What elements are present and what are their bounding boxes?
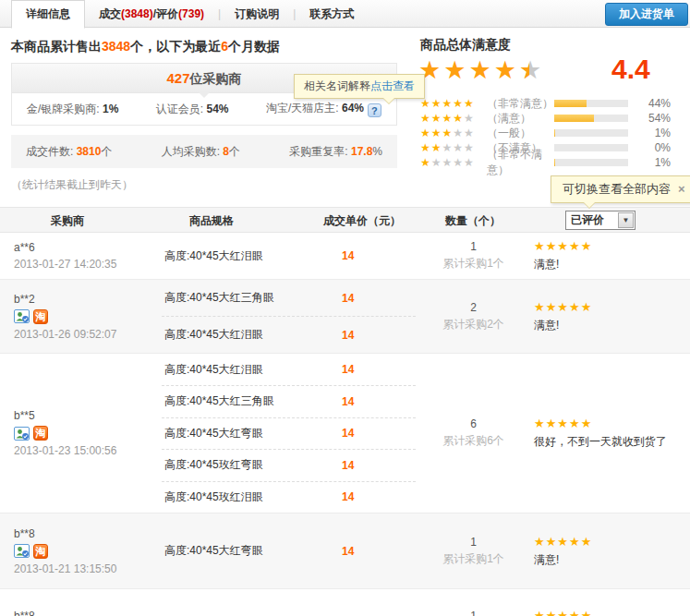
breakdown-label: （非常满意）: [487, 96, 554, 112]
months-count: 6: [221, 39, 228, 54]
star-filled-icon: ★: [581, 300, 593, 314]
unit-price: 14: [342, 490, 416, 503]
star-filled-icon: ★: [557, 609, 569, 616]
add-to-cart-label: 加入进货单: [619, 6, 674, 22]
star-filled-icon: ★: [569, 535, 581, 549]
stat-value: 54%: [206, 103, 228, 115]
star-filled-icon: ★: [431, 112, 442, 125]
stat-label: 淘宝/天猫店主:: [266, 102, 342, 115]
quantity-value: 1: [470, 240, 477, 253]
spec-subrow: 高度:40*45大红泪眼14: [162, 316, 416, 353]
star-rating: ★★★★★: [534, 417, 690, 430]
star-filled-icon: ★: [442, 127, 454, 139]
stat-value: 17.8: [351, 145, 372, 158]
tab-detail-label: 详细信息: [26, 6, 70, 22]
quantity-cell: 1累计采购1个: [416, 233, 531, 279]
spec-name: 高度:40*45大红泪眼: [162, 248, 342, 264]
buyer-cell: b**8淘2013-01-21 13:15:50: [0, 513, 162, 588]
deal-label: 成交: [99, 6, 121, 22]
breakdown-bar: [554, 159, 628, 166]
tab-contact[interactable]: 联系方式: [296, 0, 368, 28]
deal-stats-row: 成交件数: 3810个人均采购数: 8个采购重复率: 17.8%: [11, 135, 397, 168]
help-icon[interactable]: ?: [368, 103, 381, 117]
star-filled-icon: ★: [581, 239, 593, 253]
buyer-badges: 淘: [14, 309, 162, 324]
breakdown-bar-fill: [554, 100, 587, 107]
star-filled-icon: ★: [420, 156, 431, 169]
star-filled-icon: ★: [546, 239, 558, 253]
taobao-icon[interactable]: 淘: [33, 309, 48, 324]
review-table-header: 采购商 商品规格 成交单价（元） 数量（个） 已评价 ▼: [0, 207, 690, 233]
purchase-date: 2013-01-27 14:20:35: [14, 258, 162, 271]
star-filled-icon: ★: [431, 141, 442, 154]
stats-note: （统计结果截止到昨天）: [11, 177, 133, 193]
spec-name: 高度:40*45玫红泪眼: [162, 489, 342, 505]
quantity-cell: 2累计采购2个: [416, 280, 531, 353]
review-cell: ★★★★★满意!: [531, 233, 690, 279]
star-icon: ★: [443, 56, 468, 84]
buyer-name[interactable]: b**8: [14, 610, 162, 616]
taobao-icon[interactable]: 淘: [33, 544, 48, 559]
deal-stat: 人均采购数: 8个: [162, 144, 240, 160]
star-filled-icon: ★: [546, 300, 558, 314]
buyer-type-stat: 淘宝/天猫店主: 64%?: [266, 101, 381, 117]
star-icon: ★: [468, 56, 493, 84]
cumulative-purchases: 累计采购2个: [442, 317, 504, 332]
breakdown-bar: [554, 129, 628, 137]
star-filled-icon: ★: [581, 417, 593, 430]
terms-tooltip-link[interactable]: 点击查看: [370, 79, 415, 92]
buyer-badges: 淘: [14, 544, 162, 559]
buyer-name[interactable]: b**8: [14, 527, 162, 540]
cumulative-purchases: 累计采购6个: [442, 433, 504, 449]
star-empty-icon: ★: [464, 112, 475, 125]
buyer-name[interactable]: b**5: [14, 409, 162, 422]
tab-detail-info[interactable]: 详细信息: [11, 0, 85, 29]
unit-price: 14: [342, 363, 416, 376]
breakdown-row: ★★★★★（满意）54%: [420, 111, 679, 126]
star-rating: ★★★★★: [420, 156, 487, 169]
close-icon[interactable]: ×: [678, 182, 685, 196]
id-verified-icon: [14, 309, 30, 323]
review-cell: ★★★★★很好，不到一天就收到货了: [531, 354, 690, 513]
unit-price: 14: [342, 459, 416, 472]
tab-deals-reviews[interactable]: 成交(3848) / 评价(739): [85, 0, 218, 28]
star-filled-icon: ★: [557, 239, 569, 253]
purchase-date: 2013-01-26 09:52:07: [14, 328, 162, 341]
star-rating: ★★★★★: [534, 609, 690, 616]
star-empty-icon: ★: [431, 156, 442, 169]
star-filled-icon: ★: [464, 97, 475, 110]
switch-view-tooltip: 可切换查看全部内容×: [551, 175, 690, 203]
stat-suffix: 个: [101, 145, 112, 158]
buyers-count-label: 位采购商: [190, 71, 242, 86]
spec-cell: 高度:40*45大红弯眼14: [162, 513, 416, 588]
review-comment: 很好，不到一天就收到货了: [534, 434, 690, 450]
table-row: a**62013-01-27 14:20:35高度:40*45大红泪眼141累计…: [0, 233, 690, 279]
buyer-name[interactable]: b**2: [14, 293, 162, 306]
breakdown-bar: [554, 115, 628, 122]
add-to-cart-button[interactable]: 加入进货单: [605, 3, 688, 26]
breakdown-percent: 1%: [628, 156, 671, 169]
stat-suffix: 个: [229, 145, 240, 158]
taobao-icon[interactable]: 淘: [33, 426, 48, 441]
spec-subrow: 高度:40*45大红泪眼14: [162, 233, 416, 279]
notch-arrow: [199, 92, 210, 98]
unit-price: 14: [342, 292, 416, 305]
spec-name: 高度:40*45玫红弯眼: [162, 457, 342, 473]
review-filter-value: 已评价: [566, 212, 618, 228]
stat-label: 采购重复率:: [289, 145, 351, 158]
review-filter-select[interactable]: 已评价 ▼: [565, 211, 636, 230]
star-rating: ★★★★★: [534, 535, 690, 549]
buyer-cell: b**8淘: [0, 589, 162, 616]
cumulative-purchases: 累计采购1个: [442, 256, 504, 272]
unit-price: 14: [342, 427, 416, 440]
breakdown-percent: 0%: [628, 141, 671, 154]
satisfaction-breakdown: ★★★★★（非常满意）44%★★★★★（满意）54%★★★★★（一般）1%★★★…: [420, 96, 679, 170]
tab-order-info[interactable]: 订购说明: [221, 0, 293, 28]
star-filled-icon: ★: [534, 417, 546, 430]
star-filled-icon: ★: [546, 417, 558, 430]
buyer-name[interactable]: a**6: [14, 241, 162, 254]
review-table-body: a**62013-01-27 14:20:35高度:40*45大红泪眼141累计…: [0, 233, 690, 616]
quantity-value: 2: [470, 301, 477, 314]
chevron-down-icon: ▼: [618, 212, 634, 228]
purchase-date: 2013-01-21 13:15:50: [14, 562, 162, 575]
